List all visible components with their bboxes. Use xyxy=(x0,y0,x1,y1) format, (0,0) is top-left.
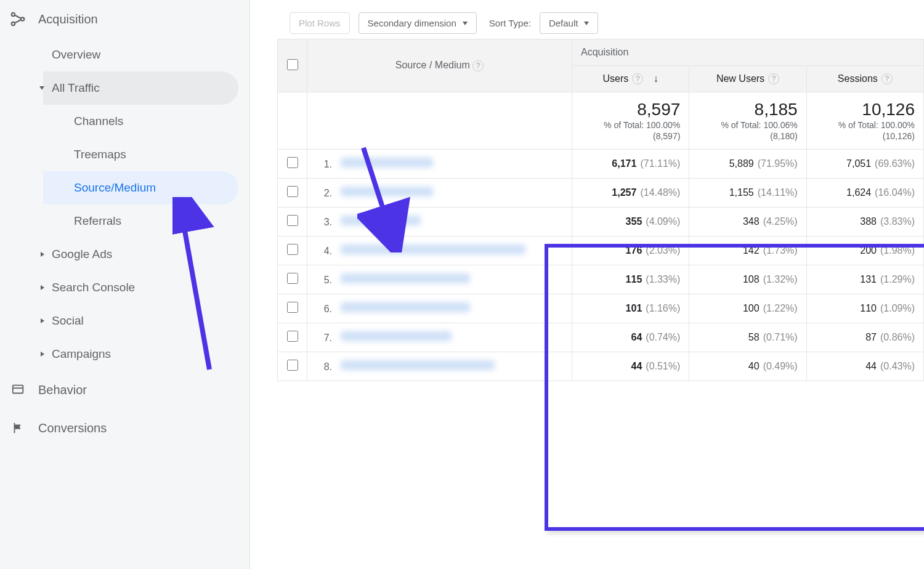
blurred-value xyxy=(341,158,433,167)
data-table: Source / Medium ? Acquisition Users ? ↓ … xyxy=(277,39,924,381)
table-row[interactable]: 7.64(0.74%)58(0.71%)87(0.86%) xyxy=(278,323,924,352)
cell-new-users: 58(0.71%) xyxy=(689,323,806,352)
cell-users: 6,171(71.11%) xyxy=(572,150,689,179)
header-users[interactable]: Users ? ↓ xyxy=(572,66,689,92)
sidebar-item-overview[interactable]: Overview xyxy=(43,38,249,71)
cell-new-users: 40(0.49%) xyxy=(689,352,806,381)
sidebar-item-social[interactable]: Social xyxy=(43,304,249,337)
main-content: Plot Rows Secondary dimension Sort Type:… xyxy=(250,0,924,569)
sidebar-item-channels[interactable]: Channels xyxy=(43,105,249,138)
header-new-users[interactable]: New Users ? xyxy=(689,66,806,92)
help-icon[interactable]: ? xyxy=(881,73,893,84)
table-row[interactable]: 5.115(1.33%)108(1.32%)131(1.29%) xyxy=(278,265,924,294)
help-icon[interactable]: ? xyxy=(472,60,484,71)
sidebar-item-referrals[interactable]: Referrals xyxy=(43,204,249,238)
secondary-dimension-dropdown[interactable]: Secondary dimension xyxy=(359,12,477,34)
cell-users: 44(0.51%) xyxy=(572,352,689,381)
cell-users: 355(4.09%) xyxy=(572,208,689,236)
cell-new-users: 1,155(14.11%) xyxy=(689,179,806,208)
sidebar-item-campaigns[interactable]: Campaigns xyxy=(43,337,249,371)
blurred-value xyxy=(341,187,433,196)
cell-users: 101(1.16%) xyxy=(572,294,689,323)
table-row[interactable]: 6.101(1.16%)100(1.22%)110(1.09%) xyxy=(278,294,924,323)
flag-icon xyxy=(9,419,27,437)
cell-source-medium[interactable]: 3. xyxy=(307,208,572,236)
table-row[interactable]: 3.355(4.09%)348(4.25%)388(3.83%) xyxy=(278,208,924,236)
cell-new-users: 348(4.25%) xyxy=(689,208,806,236)
cell-new-users: 5,889(71.95%) xyxy=(689,150,806,179)
row-checkbox[interactable] xyxy=(287,360,298,371)
cell-sessions: 7,051(69.63%) xyxy=(806,150,923,179)
plot-rows-button[interactable]: Plot Rows xyxy=(290,12,350,34)
summary-new-users: 8,185 % of Total: 100.06% (8,180) xyxy=(689,92,806,150)
sort-type-label: Sort Type: xyxy=(489,18,531,28)
cell-sessions: 200(1.98%) xyxy=(806,236,923,265)
row-checkbox[interactable] xyxy=(287,244,298,255)
cell-users: 64(0.74%) xyxy=(572,323,689,352)
table-row[interactable]: 2.1,257(14.48%)1,155(14.11%)1,624(16.04%… xyxy=(278,179,924,208)
cell-source-medium[interactable]: 1. xyxy=(307,150,572,179)
row-checkbox[interactable] xyxy=(287,157,298,168)
cell-sessions: 110(1.09%) xyxy=(806,294,923,323)
cell-source-medium[interactable]: 4. xyxy=(307,236,572,265)
table-toolbar: Plot Rows Secondary dimension Sort Type:… xyxy=(290,12,924,34)
cell-source-medium[interactable]: 8. xyxy=(307,352,572,381)
behavior-icon xyxy=(9,381,27,399)
svg-rect-3 xyxy=(13,385,23,393)
cell-source-medium[interactable]: 5. xyxy=(307,265,572,294)
sidebar-item-treemaps[interactable]: Treemaps xyxy=(43,138,249,171)
summary-sessions: 10,126 % of Total: 100.00% (10,126) xyxy=(806,92,923,150)
header-sessions[interactable]: Sessions ? xyxy=(806,66,923,92)
sidebar-item-source-medium[interactable]: Source/Medium xyxy=(43,171,238,204)
sidebar-item-conversions[interactable]: Conversions xyxy=(0,409,249,447)
sidebar-behavior-label: Behavior xyxy=(38,383,87,397)
cell-users: 115(1.33%) xyxy=(572,265,689,294)
sidebar-conversions-label: Conversions xyxy=(38,421,107,435)
header-checkbox-cell xyxy=(278,39,307,92)
sidebar-section-label: Acquisition xyxy=(38,12,98,26)
blurred-value xyxy=(341,273,470,283)
acquisition-icon xyxy=(9,10,27,28)
table-row[interactable]: 8.44(0.51%)40(0.49%)44(0.43%) xyxy=(278,352,924,381)
sidebar-item-search-console[interactable]: Search Console xyxy=(43,271,249,304)
row-checkbox[interactable] xyxy=(287,273,298,284)
blurred-value xyxy=(341,331,452,341)
summary-users: 8,597 % of Total: 100.00% (8,597) xyxy=(572,92,689,150)
help-icon[interactable]: ? xyxy=(768,73,779,84)
cell-sessions: 44(0.43%) xyxy=(806,352,923,381)
sort-desc-icon: ↓ xyxy=(654,73,659,84)
sidebar-item-behavior[interactable]: Behavior xyxy=(0,371,249,409)
sidebar-item-google-ads[interactable]: Google Ads xyxy=(43,238,249,271)
cell-new-users: 142(1.73%) xyxy=(689,236,806,265)
row-checkbox[interactable] xyxy=(287,331,298,342)
cell-source-medium[interactable]: 7. xyxy=(307,323,572,352)
header-source-medium[interactable]: Source / Medium ? xyxy=(307,39,572,92)
sidebar-item-all-traffic[interactable]: All Traffic xyxy=(43,71,238,105)
blurred-value xyxy=(341,360,495,370)
cell-sessions: 1,624(16.04%) xyxy=(806,179,923,208)
chevron-down-icon xyxy=(584,22,589,25)
blurred-value xyxy=(341,244,525,254)
row-checkbox[interactable] xyxy=(287,186,298,197)
cell-source-medium[interactable]: 2. xyxy=(307,179,572,208)
table-row[interactable]: 1.6,171(71.11%)5,889(71.95%)7,051(69.63%… xyxy=(278,150,924,179)
cell-users: 1,257(14.48%) xyxy=(572,179,689,208)
sidebar: Acquisition Overview All Traffic Channel… xyxy=(0,0,250,569)
select-all-checkbox[interactable] xyxy=(287,59,298,70)
sidebar-item-acquisition[interactable]: Acquisition xyxy=(0,0,249,38)
cell-sessions: 131(1.29%) xyxy=(806,265,923,294)
blurred-value xyxy=(341,216,421,225)
cell-sessions: 388(3.83%) xyxy=(806,208,923,236)
row-checkbox[interactable] xyxy=(287,302,298,313)
blurred-value xyxy=(341,302,470,312)
cell-users: 176(2.03%) xyxy=(572,236,689,265)
help-icon[interactable]: ? xyxy=(632,73,643,84)
cell-source-medium[interactable]: 6. xyxy=(307,294,572,323)
row-checkbox[interactable] xyxy=(287,215,298,226)
header-group-acquisition: Acquisition xyxy=(572,39,924,66)
cell-new-users: 108(1.32%) xyxy=(689,265,806,294)
table-row[interactable]: 4.176(2.03%)142(1.73%)200(1.98%) xyxy=(278,236,924,265)
sort-type-dropdown[interactable]: Default xyxy=(540,12,599,34)
cell-sessions: 87(0.86%) xyxy=(806,323,923,352)
chevron-down-icon xyxy=(463,22,468,25)
